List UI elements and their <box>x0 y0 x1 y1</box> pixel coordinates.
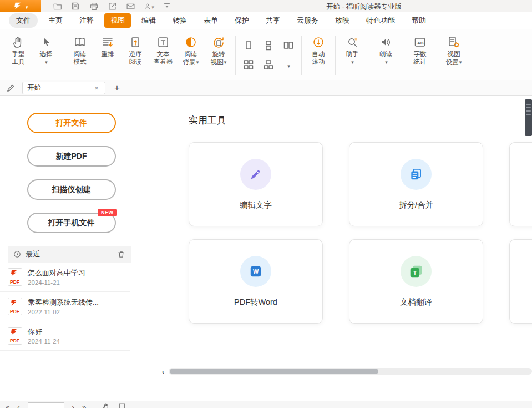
scanner-create-button[interactable]: 扫描仪创建 <box>27 179 116 200</box>
word-count-button[interactable]: AB 字数 统计 <box>406 31 434 66</box>
reverse-reading-button[interactable]: 逆序 阅读 <box>121 31 149 66</box>
recent-file-row[interactable]: PDF 乘客检测系统无线传... 2022-11-02 <box>0 292 130 321</box>
reading-background-button[interactable]: 阅读 背景 <box>177 31 205 66</box>
clock-icon <box>13 250 21 258</box>
trash-icon[interactable] <box>117 250 125 259</box>
recent-label: 最近 <box>26 249 113 259</box>
tab-edit[interactable]: 编辑 <box>135 13 162 28</box>
single-page-layout-icon[interactable] <box>242 39 255 52</box>
assistant-button[interactable]: 助手 <box>338 31 366 66</box>
dropdown-arrow-icon <box>224 58 227 66</box>
ribbon-tab-strip: 文件 主页 注释 视图 编辑 转换 表单 保护 共享 云服务 放映 特色功能 帮… <box>0 12 532 29</box>
tab-home[interactable]: 主页 <box>42 13 69 28</box>
page-number-input[interactable] <box>28 402 64 408</box>
doc-tab-start[interactable]: 开始 <box>22 82 105 94</box>
auto-scroll-icon <box>311 34 326 50</box>
tools-grid: 编辑文字 拆分/合并 W PDF转Word T <box>189 142 532 324</box>
save-icon[interactable] <box>70 1 80 11</box>
customize-toolbar-icon[interactable] <box>162 1 172 11</box>
tab-share[interactable]: 共享 <box>260 13 286 28</box>
close-tab-icon[interactable] <box>93 84 100 92</box>
translate-icon: T <box>401 256 432 287</box>
recent-file-row[interactable]: PDF 你好 2024-11-24 <box>0 321 130 351</box>
auto-scroll-button[interactable]: 自动 滚动 <box>305 31 332 66</box>
titlebar: 开始 - 福昕阅读器专业版 <box>0 0 532 12</box>
facing-continuous-layout-icon[interactable] <box>242 58 255 72</box>
rotate-icon <box>211 34 226 50</box>
svg-text:PDF: PDF <box>10 338 19 344</box>
hand-tool-button[interactable]: 手型 工具 <box>4 31 32 66</box>
tool-card-partial[interactable] <box>509 239 532 324</box>
cursor-icon <box>38 34 54 50</box>
dropdown-arrow-icon <box>384 58 388 66</box>
split-merge-icon <box>401 159 432 190</box>
tool-card-translate[interactable]: T 文档翻译 <box>349 239 483 324</box>
select-tool-status-icon[interactable] <box>118 402 126 408</box>
select-tool-button[interactable]: 选择 <box>32 31 60 66</box>
tool-card-label: 拆分/合并 <box>399 200 433 210</box>
mail-icon[interactable] <box>125 1 135 11</box>
last-page-button[interactable]: » <box>82 402 86 408</box>
toolbar-separator <box>369 36 369 75</box>
ribbon-toolbar: 手型 工具 选择 阅读 模式 重排 逆序 阅读 文本 查看器 <box>0 29 532 80</box>
tool-card-label: PDF转Word <box>234 297 277 308</box>
open-folder-icon[interactable] <box>52 1 62 11</box>
horizontal-scrollbar-thumb[interactable] <box>170 369 378 374</box>
toolbar-separator <box>63 36 63 75</box>
text-viewer-icon <box>155 34 171 50</box>
toolbar-separator <box>437 36 437 75</box>
tab-featured[interactable]: 特色功能 <box>360 13 401 28</box>
read-mode-button[interactable]: 阅读 模式 <box>66 31 94 66</box>
continuous-layout-icon[interactable] <box>262 39 275 52</box>
open-file-button[interactable]: 打开文件 <box>27 113 116 133</box>
tab-view[interactable]: 视图 <box>104 13 131 28</box>
page-layout-dropdown[interactable] <box>282 58 295 72</box>
read-aloud-button[interactable]: 朗读 <box>372 31 400 66</box>
annotate-pencil-icon[interactable] <box>4 82 17 94</box>
vertical-scrollbar-thumb[interactable] <box>525 99 532 136</box>
share-icon[interactable] <box>144 1 154 11</box>
toolbar-separator <box>301 36 302 75</box>
horizontal-scrollbar-track[interactable] <box>169 368 532 375</box>
facing-layout-icon[interactable] <box>282 39 295 52</box>
open-mobile-file-button[interactable]: 打开手机文件 NEW <box>27 213 116 233</box>
tab-form[interactable]: 表单 <box>197 13 224 28</box>
print-icon[interactable] <box>89 1 99 11</box>
tab-file[interactable]: 文件 <box>9 13 38 28</box>
tab-cloud[interactable]: 云服务 <box>291 13 325 28</box>
scroll-left-arrow[interactable]: ‹ <box>160 367 166 375</box>
foxit-logo-icon <box>13 2 22 11</box>
tab-convert[interactable]: 转换 <box>166 13 193 28</box>
text-viewer-button[interactable]: 文本 查看器 <box>149 31 177 66</box>
window-title: 开始 - 福昕阅读器专业版 <box>326 2 402 12</box>
first-page-button[interactable]: « <box>6 402 9 408</box>
recent-file-row[interactable]: PDF 怎么面对高中学习 2024-11-21 <box>0 263 130 292</box>
chevron-down-icon <box>151 1 154 11</box>
tab-protect[interactable]: 保护 <box>229 13 255 28</box>
tool-card-split-merge[interactable]: 拆分/合并 <box>349 142 483 226</box>
view-settings-button[interactable]: 视图 设置 <box>440 31 468 66</box>
cover-layout-icon[interactable] <box>262 58 275 72</box>
prev-page-button[interactable]: ‹ <box>17 402 19 408</box>
tool-card-edit-text[interactable]: 编辑文字 <box>189 142 323 226</box>
rotate-view-button[interactable]: 旋转 视图 <box>205 31 232 66</box>
hand-tool-status-icon[interactable] <box>102 402 110 408</box>
tab-slideshow[interactable]: 放映 <box>329 13 356 28</box>
app-window: 开始 - 福昕阅读器专业版 文件 主页 注释 视图 编辑 转换 表单 保护 共享… <box>0 0 532 408</box>
recent-file-name: 怎么面对高中学习 <box>28 268 85 278</box>
assistant-magnifier-icon <box>344 34 360 50</box>
next-page-button[interactable]: › <box>72 402 74 408</box>
tab-comment[interactable]: 注释 <box>73 13 100 28</box>
app-logo-button[interactable] <box>0 0 41 12</box>
sidebar: 打开文件 新建PDF 扫描仪创建 打开手机文件 NEW 最近 PDF 怎么面对高… <box>0 96 143 401</box>
tool-card-pdf-to-word[interactable]: W PDF转Word <box>189 239 323 324</box>
tool-card-partial[interactable] <box>509 142 532 226</box>
new-pdf-button[interactable]: 新建PDF <box>27 146 116 167</box>
page-layout-group <box>239 31 298 74</box>
export-icon[interactable] <box>107 1 117 11</box>
tool-card-label: 文档翻译 <box>400 297 432 308</box>
new-tab-button[interactable] <box>111 82 123 94</box>
tab-help[interactable]: 帮助 <box>406 13 432 28</box>
reflow-button[interactable]: 重排 <box>94 31 121 58</box>
doc-tab-label: 开始 <box>27 83 41 93</box>
